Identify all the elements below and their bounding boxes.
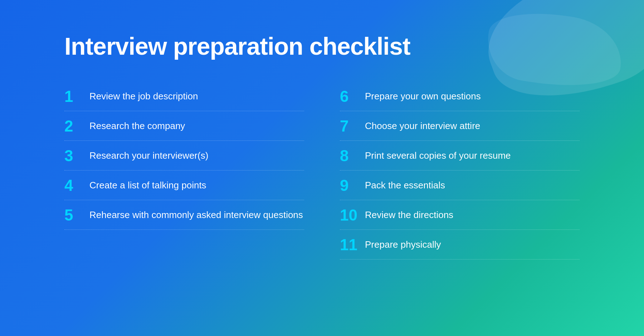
item-text: Review the directions xyxy=(365,207,453,221)
list-item: 6 Prepare your own questions xyxy=(340,81,580,111)
right-column: 6 Prepare your own questions 7 Choose yo… xyxy=(340,81,580,260)
item-text: Print several copies of your resume xyxy=(365,147,511,162)
checklist-grid: 1 Review the job description 2 Research … xyxy=(64,81,580,260)
item-number: 4 xyxy=(64,177,89,193)
item-text: Rehearse with commonly asked interview q… xyxy=(89,207,303,221)
item-number: 7 xyxy=(340,118,365,134)
list-item: 5 Rehearse with commonly asked interview… xyxy=(64,200,304,230)
item-text: Prepare your own questions xyxy=(365,88,481,103)
list-item: 4 Create a list of talking points xyxy=(64,171,304,200)
item-number: 3 xyxy=(64,147,89,164)
item-text: Pack the essentials xyxy=(365,177,445,192)
list-item: 8 Print several copies of your resume xyxy=(340,141,580,171)
list-item: 1 Review the job description xyxy=(64,81,304,111)
item-text: Research the company xyxy=(89,118,185,132)
item-number: 8 xyxy=(340,147,365,164)
item-number: 5 xyxy=(64,207,89,223)
item-text: Prepare physically xyxy=(365,236,441,251)
background: Interview preparation checklist 1 Review… xyxy=(0,0,644,336)
list-item: 2 Research the company xyxy=(64,111,304,141)
list-item: 10 Review the directions xyxy=(340,200,580,230)
item-number: 6 xyxy=(340,88,365,104)
list-item: 3 Research your interviewer(s) xyxy=(64,141,304,171)
item-number: 1 xyxy=(64,88,89,104)
item-text: Research your interviewer(s) xyxy=(89,147,208,162)
item-text: Review the job description xyxy=(89,88,198,103)
page-title: Interview preparation checklist xyxy=(64,32,580,60)
item-number: 11 xyxy=(340,236,365,253)
list-item: 11 Prepare physically xyxy=(340,230,580,260)
list-item: 9 Pack the essentials xyxy=(340,171,580,200)
item-number: 2 xyxy=(64,118,89,134)
main-content: Interview preparation checklist 1 Review… xyxy=(0,0,644,292)
item-number: 9 xyxy=(340,177,365,193)
left-column: 1 Review the job description 2 Research … xyxy=(64,81,304,260)
list-item: 7 Choose your interview attire xyxy=(340,111,580,141)
item-text: Create a list of talking points xyxy=(89,177,206,192)
item-text: Choose your interview attire xyxy=(365,118,480,132)
item-number: 10 xyxy=(340,207,365,223)
